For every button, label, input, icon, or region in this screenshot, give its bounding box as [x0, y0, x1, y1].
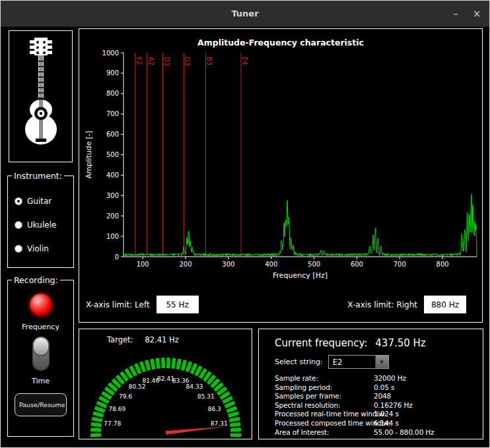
string-select-dropdown[interactable]: E2 ▼ [328, 355, 389, 369]
svg-text:80.52: 80.52 [129, 383, 146, 390]
tuning-gauge-panel: Target: 82.41 Hz 77.7878.6979.680.5281.4… [79, 329, 252, 439]
pause-resume-button[interactable]: Pause/Resume [15, 393, 67, 416]
svg-text:100: 100 [106, 233, 119, 240]
svg-text:500: 500 [106, 151, 119, 158]
current-frequency-row: Current frequency: 437.50 Hz [275, 337, 477, 349]
guitar-image [9, 30, 73, 162]
select-string-row: Select string: E2 ▼ [275, 355, 477, 369]
frequency-mode-label: Frequency [22, 323, 59, 331]
info-row: Processed composed time windiw:6.144 s [275, 419, 477, 428]
recording-legend: Recording: [12, 275, 60, 285]
svg-text:E2: E2 [135, 57, 143, 65]
right-limit-group: X-axis limit: Right [347, 296, 466, 313]
right-limit-input[interactable] [424, 296, 466, 313]
svg-text:600: 600 [106, 131, 119, 138]
svg-text:300: 300 [106, 192, 119, 199]
svg-text:79.6: 79.6 [119, 393, 132, 400]
instrument-legend: Instrument: [12, 171, 64, 181]
svg-text:B3: B3 [205, 57, 213, 65]
app-window: Tuner – × [0, 0, 490, 448]
window-title: Tuner [1, 1, 489, 26]
recording-controls: Frequency Time Pause/Resume [11, 286, 71, 416]
radio-option-guitar[interactable]: Guitar [15, 197, 69, 206]
svg-text:87.31: 87.31 [211, 420, 228, 427]
select-string-label: Select string: [275, 358, 323, 366]
spectrum-chart-panel: Amplitude-Frequency characteristic 01002… [79, 28, 483, 323]
tuning-gauge: 77.7878.6979.680.5281.4682.4183.3684.338… [79, 344, 252, 438]
string-select-value: E2 [329, 356, 375, 368]
svg-text:G3: G3 [184, 57, 191, 66]
time-mode-label: Time [32, 377, 50, 385]
left-limit-input[interactable] [157, 296, 199, 313]
radio-circle [15, 197, 22, 205]
info-row: Spectral resolution:0.16276 Hz [275, 401, 477, 410]
svg-text:E4: E4 [241, 57, 248, 65]
instrument-options: GuitarUkuleleViolin [11, 197, 71, 253]
svg-text:900: 900 [106, 69, 119, 77]
svg-text:400: 400 [265, 261, 277, 268]
svg-text:800: 800 [106, 90, 119, 97]
toggle-knob [34, 338, 48, 355]
radio-circle [15, 245, 22, 253]
info-row: Sample rate:32000 Hz [275, 374, 477, 383]
radio-label: Guitar [27, 197, 52, 206]
instrument-group: Instrument: GuitarUkuleleViolin [7, 171, 74, 268]
left-limit-label: X-axis limit: Left [86, 300, 150, 309]
svg-text:800: 800 [437, 261, 449, 268]
svg-text:1000: 1000 [102, 49, 119, 57]
svg-text:400: 400 [106, 172, 119, 179]
target-label: Target: [107, 335, 133, 344]
info-rows: Sample rate:32000 HzSampling period:0.05… [275, 374, 477, 437]
amplitude-frequency-chart: 0100200300400500600700800900100010020030… [79, 49, 482, 294]
svg-text:Frequency [Hz]: Frequency [Hz] [273, 271, 328, 280]
target-value: 82.41 Hz [145, 335, 178, 344]
left-limit-group: X-axis limit: Left [86, 296, 199, 313]
info-row: Sampling period:0.05 s [275, 383, 477, 393]
target-row: Target: 82.41 Hz [107, 335, 252, 344]
svg-text:78.69: 78.69 [108, 406, 125, 412]
record-led-button[interactable] [29, 293, 53, 317]
radio-label: Ukulele [27, 220, 56, 230]
svg-text:100: 100 [137, 261, 149, 268]
radio-option-ukulele[interactable]: Ukulele [15, 220, 69, 230]
minimize-button[interactable]: – [446, 1, 466, 27]
svg-text:700: 700 [106, 110, 119, 117]
svg-text:200: 200 [179, 261, 192, 268]
svg-text:D3: D3 [163, 57, 170, 66]
titlebar: Tuner – × [1, 1, 489, 27]
svg-text:A2: A2 [147, 57, 155, 65]
axis-limit-controls: X-axis limit: Left X-axis limit: Right [86, 296, 466, 313]
current-frequency-value: 437.50 Hz [375, 337, 425, 349]
info-row: Samples per frame:2048 [275, 392, 477, 401]
info-panel: Current frequency: 437.50 Hz Select stri… [258, 329, 483, 439]
svg-text:300: 300 [222, 261, 234, 268]
svg-text:84.33: 84.33 [186, 383, 203, 390]
svg-text:0: 0 [115, 253, 119, 261]
close-button[interactable]: × [467, 1, 487, 27]
radio-option-violin[interactable]: Violin [15, 244, 69, 253]
right-limit-label: X-axis limit: Right [347, 300, 417, 309]
svg-text:85.31: 85.31 [197, 393, 215, 400]
svg-text:500: 500 [308, 261, 320, 268]
guitar-icon [17, 36, 65, 157]
recording-group: Recording: Frequency Time Pause/Resume [7, 275, 74, 437]
radio-circle [15, 221, 22, 229]
info-row: Area of Interest:55.00 - 880.00 Hz [275, 428, 477, 437]
chart-title: Amplitude-Frequency characteristic [79, 38, 482, 48]
svg-text:200: 200 [106, 212, 119, 220]
svg-text:86.3: 86.3 [208, 406, 221, 412]
current-frequency-label: Current frequency: [275, 337, 367, 349]
svg-text:700: 700 [394, 261, 406, 268]
svg-text:77.78: 77.78 [104, 420, 121, 427]
svg-text:Amplitude [-]: Amplitude [-] [85, 131, 93, 178]
info-row: Processed real-time time windiw:1.024 s [275, 410, 477, 419]
svg-text:600: 600 [351, 261, 363, 268]
radio-label: Violin [27, 244, 49, 253]
frequency-time-toggle[interactable] [32, 336, 50, 371]
chevron-down-icon: ▼ [375, 356, 388, 368]
